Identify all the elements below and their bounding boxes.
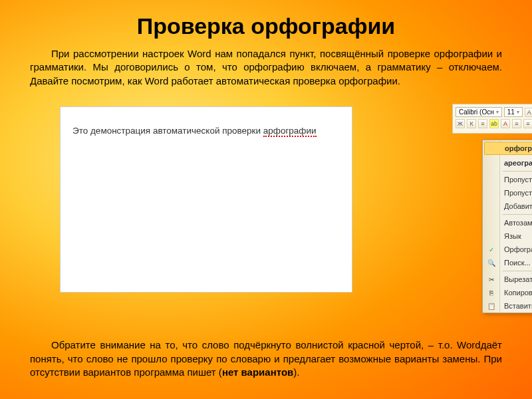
bold-button[interactable]: Ж [456, 119, 465, 128]
indent-decrease-button[interactable]: ≡ [512, 119, 521, 128]
mini-toolbar: Calibri (Осн▾ 11▾ A A 🅰 ✎ Ж К ≡ ab A ≡ ≡… [452, 104, 532, 134]
font-name-value: Calibri (Осн [459, 108, 494, 116]
menu-suggestion-2[interactable]: ареографии [483, 156, 532, 170]
menu-separator [503, 171, 532, 172]
cut-icon: ✂ [487, 275, 496, 284]
italic-button[interactable]: К [467, 119, 476, 128]
indent-increase-button[interactable]: ≡ [523, 119, 532, 128]
highlight-button[interactable]: ab [489, 119, 499, 128]
menu-add-dictionary[interactable]: Добавить в словарь [483, 200, 532, 213]
font-name-dropdown[interactable]: Calibri (Осн▾ [456, 107, 502, 117]
para1-text: При рассмотрении настроек Word нам попад… [30, 48, 502, 86]
menu-language[interactable]: Язык▶ [483, 229, 532, 243]
menu-skip[interactable]: Пропустить [483, 173, 532, 186]
menu-spelling[interactable]: ✓ Орфография... [483, 243, 532, 256]
copy-icon: ⎘ [487, 288, 496, 297]
paragraph-1: При рассмотрении настроек Word нам попад… [0, 47, 532, 88]
menu-separator [503, 214, 532, 215]
paragraph-2: Обратите внимание на то, что слово подчё… [0, 338, 532, 379]
misspelled-word: арфографии [263, 126, 317, 137]
slide-title: Проверка орфографии [0, 0, 532, 47]
spelling-context-menu: орфографии ареографии Пропустить Пропуст… [482, 140, 532, 313]
menu-autocorrect[interactable]: Автозамена▶ [483, 216, 532, 229]
word-document-area: Это демонстрация автоматической проверки… [60, 106, 352, 293]
chevron-down-icon: ▾ [517, 109, 519, 115]
para2-text-b: ). [293, 366, 299, 378]
word-screenshot: Это демонстрация автоматической проверки… [60, 106, 472, 293]
search-icon: 🔍 [487, 258, 496, 267]
menu-suggestion-1[interactable]: орфографии [484, 142, 532, 155]
menu-paste[interactable]: 📋 Вставить [483, 299, 532, 313]
font-size-dropdown[interactable]: 11▾ [504, 107, 523, 117]
menu-cut[interactable]: ✂ Вырезать [483, 273, 532, 286]
menu-skip-all[interactable]: Пропустить все [483, 186, 532, 200]
menu-separator [503, 271, 532, 271]
menu-search[interactable]: 🔍 Поиск... [483, 256, 532, 269]
menu-copy[interactable]: ⎘ Копировать [483, 286, 532, 299]
align-center-button[interactable]: ≡ [478, 119, 487, 128]
chevron-down-icon: ▾ [496, 109, 499, 115]
doc-text: Это демонстрация автоматической проверки [72, 126, 263, 136]
word-document-text: Это демонстрация автоматической проверки… [61, 107, 352, 136]
font-color-button[interactable]: A [501, 119, 510, 128]
para2-bold: нет вариантов [222, 366, 293, 378]
font-size-value: 11 [507, 108, 515, 116]
paste-icon: 📋 [487, 301, 496, 311]
grow-font-button[interactable]: A [525, 108, 532, 117]
spellcheck-icon: ✓ [487, 245, 496, 254]
